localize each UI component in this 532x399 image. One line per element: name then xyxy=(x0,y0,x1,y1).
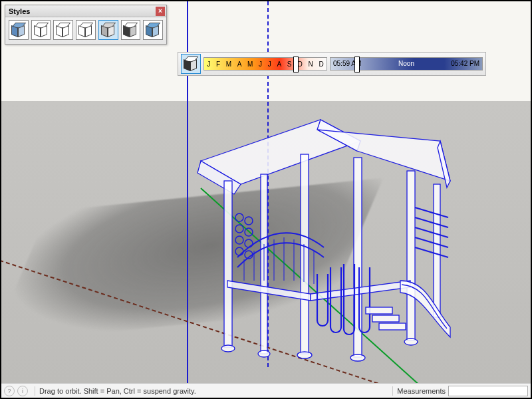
svg-line-33 xyxy=(415,247,448,257)
measurements-label: Measurements xyxy=(397,387,446,395)
svg-point-34 xyxy=(235,213,243,221)
shadows-toolbar[interactable]: JFMAMJJASOND 05:59 AM Noon 05:42 PM xyxy=(178,52,486,76)
month-tick: A xyxy=(277,61,281,68)
style-thumb-back-edges[interactable] xyxy=(143,20,163,40)
statusbar-hint: Drag to orbit. Shift = Pan, Ctrl = suspe… xyxy=(39,387,196,395)
svg-rect-5 xyxy=(224,181,232,347)
styles-title: Styles xyxy=(9,7,30,15)
style-thumb-shaded-textures[interactable] xyxy=(9,20,29,40)
svg-point-36 xyxy=(235,236,243,244)
month-tick: M xyxy=(247,61,253,68)
month-tick: N xyxy=(308,61,313,68)
svg-rect-28 xyxy=(379,323,406,330)
month-tick: A xyxy=(237,61,242,68)
svg-line-32 xyxy=(415,237,448,247)
svg-rect-26 xyxy=(366,307,392,314)
svg-point-13 xyxy=(258,350,270,357)
month-tick: J xyxy=(207,61,210,68)
svg-point-14 xyxy=(350,354,365,361)
time-slider[interactable]: 05:59 AM Noon 05:42 PM xyxy=(330,57,483,70)
style-thumb-xray[interactable] xyxy=(121,20,141,40)
cube-icon xyxy=(34,23,49,37)
month-tick: D xyxy=(319,61,323,68)
close-icon[interactable]: × xyxy=(156,7,165,16)
time-noon-label: Noon xyxy=(398,60,414,67)
month-labels: JFMAMJJASOND xyxy=(204,58,327,70)
style-thumb-hidden-line[interactable] xyxy=(53,20,73,40)
month-tick: J xyxy=(259,61,262,68)
help-icon[interactable]: ? xyxy=(4,386,15,396)
measurements-input[interactable] xyxy=(448,386,528,396)
svg-point-39 xyxy=(245,228,253,236)
svg-point-40 xyxy=(245,239,253,247)
cube-icon xyxy=(184,57,198,71)
status-bar: ? i Drag to orbit. Shift = Pan, Ctrl = s… xyxy=(1,383,531,398)
svg-point-35 xyxy=(235,225,243,233)
cube-icon xyxy=(56,23,70,37)
cube-icon xyxy=(101,23,116,37)
styles-titlebar[interactable]: Styles × xyxy=(5,5,166,17)
svg-rect-27 xyxy=(372,315,399,322)
svg-point-15 xyxy=(404,338,418,345)
svg-marker-16 xyxy=(227,281,311,301)
cube-icon xyxy=(123,23,138,37)
month-slider[interactable]: JFMAMJJASOND xyxy=(203,57,327,70)
svg-rect-10 xyxy=(434,184,440,317)
month-tick: S xyxy=(287,61,292,68)
svg-line-31 xyxy=(415,227,448,237)
svg-point-38 xyxy=(245,217,253,225)
style-thumb-shaded[interactable] xyxy=(98,20,118,40)
time-end-label: 05:42 PM xyxy=(451,60,479,67)
cube-icon xyxy=(78,23,93,37)
statusbar-separator xyxy=(392,386,393,396)
month-tick: F xyxy=(216,61,220,68)
svg-line-29 xyxy=(415,207,448,217)
style-thumb-wireframe[interactable] xyxy=(31,20,51,40)
shadow-toggle-button[interactable] xyxy=(181,54,201,74)
svg-rect-6 xyxy=(301,154,309,354)
svg-rect-9 xyxy=(407,171,415,340)
svg-line-30 xyxy=(415,217,448,227)
cube-icon xyxy=(146,23,160,37)
month-slider-thumb[interactable] xyxy=(293,57,299,72)
svg-point-11 xyxy=(221,345,235,352)
month-tick: J xyxy=(268,61,271,68)
styles-palette[interactable]: Styles × xyxy=(5,5,167,45)
svg-point-12 xyxy=(297,352,312,358)
statusbar-separator xyxy=(35,386,35,396)
time-slider-thumb[interactable] xyxy=(354,57,360,72)
svg-marker-3 xyxy=(317,130,450,181)
info-icon[interactable]: i xyxy=(17,386,28,396)
playground-structure-model xyxy=(188,81,454,367)
svg-point-37 xyxy=(235,247,243,255)
cube-icon xyxy=(11,23,26,37)
styles-body xyxy=(5,17,166,44)
style-thumb-monochrome[interactable] xyxy=(76,20,96,40)
month-tick: M xyxy=(226,61,231,68)
